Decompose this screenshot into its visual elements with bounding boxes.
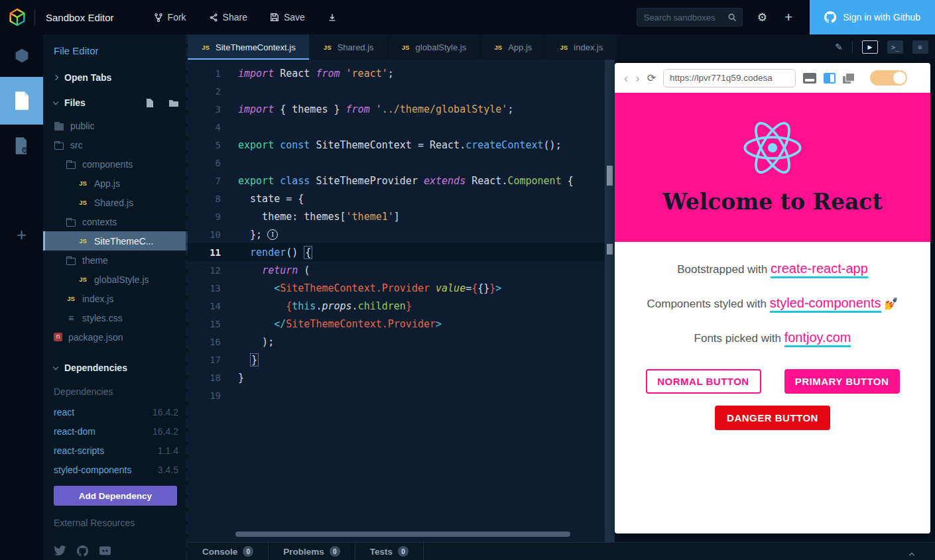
- file-tree-item[interactable]: Shared.js: [43, 193, 188, 212]
- code-line[interactable]: 13 <SiteThemeContext.Provider value={{}}…: [188, 279, 615, 297]
- file-tree-item[interactable]: App.js: [43, 174, 188, 193]
- dependency-item[interactable]: react-scripts 1.1.4: [43, 441, 188, 460]
- file-tree-item[interactable]: src: [43, 135, 188, 154]
- file-name: src: [70, 140, 83, 150]
- devtools-tab[interactable]: Console 0: [188, 543, 269, 560]
- add-dependency-button[interactable]: Add Dependency: [54, 486, 177, 506]
- dependency-item[interactable]: react-dom 16.4.2: [43, 421, 188, 441]
- info-link[interactable]: create-react-app: [771, 261, 868, 278]
- share-button[interactable]: Share: [209, 12, 247, 23]
- editor-horizontal-scrollbar[interactable]: [235, 532, 570, 537]
- editor-tab[interactable]: Shared.js: [310, 34, 387, 60]
- download-button[interactable]: [328, 13, 337, 23]
- collapse-chevron-up-icon[interactable]: [910, 548, 914, 560]
- app-body: Bootstrapped with create-react-app Compo…: [615, 261, 930, 430]
- dependency-item[interactable]: styled-components 3.4.5: [43, 460, 188, 479]
- file-tree-item[interactable]: index.js: [43, 289, 188, 308]
- demo-button[interactable]: NORMAL BUTTON: [646, 369, 761, 394]
- devtools-tab-label: Tests: [370, 547, 393, 557]
- url-input[interactable]: [663, 69, 796, 87]
- editor-tab[interactable]: globalStyle.js: [388, 34, 480, 60]
- dependency-item[interactable]: react 16.4.2: [43, 402, 188, 421]
- info-link[interactable]: styled-components: [770, 296, 881, 313]
- code-line[interactable]: 18}: [188, 368, 615, 386]
- prettier-brush-icon[interactable]: ✎: [835, 42, 843, 52]
- editor-tab[interactable]: App.js: [480, 34, 545, 60]
- devtools-tab[interactable]: Problems 0: [269, 543, 355, 560]
- rail-add-icon[interactable]: +: [0, 213, 43, 256]
- code-line[interactable]: 19: [188, 386, 615, 404]
- file-tree-item[interactable]: SiteThemeC...: [43, 231, 188, 251]
- file-type-icon: [78, 237, 88, 245]
- code-lines: 1import React from 'react';23import { th…: [188, 64, 615, 404]
- new-file-icon[interactable]: [146, 99, 153, 107]
- open-tabs-section[interactable]: Open Tabs: [43, 72, 188, 83]
- responsive-mode-toggle[interactable]: [870, 70, 907, 85]
- code-line[interactable]: 15 </SiteThemeContext.Provider>: [188, 315, 615, 333]
- file-tree-item[interactable]: contexts: [43, 212, 188, 231]
- browser-preview-icon[interactable]: ▶: [862, 40, 878, 54]
- files-section[interactable]: Files: [43, 97, 188, 108]
- demo-button[interactable]: DANGER BUTTON: [715, 406, 830, 430]
- code-line[interactable]: 17 }: [188, 351, 615, 368]
- file-tree-item[interactable]: globalStyle.js: [43, 270, 188, 289]
- info-link[interactable]: fontjoy.com: [784, 330, 851, 347]
- code-line[interactable]: 6: [188, 154, 615, 172]
- file-tree-item[interactable]: styles.css: [43, 308, 188, 327]
- code-line[interactable]: 8 state = {: [188, 190, 615, 207]
- settings-gear-icon[interactable]: ⚙: [757, 11, 767, 25]
- sign-in-github-button[interactable]: Sign in with Github: [810, 0, 935, 34]
- back-icon[interactable]: ‹: [624, 72, 628, 84]
- fork-button[interactable]: Fork: [154, 12, 186, 23]
- discord-icon[interactable]: [99, 545, 111, 556]
- chevron-right-icon: [53, 75, 58, 80]
- search-input[interactable]: [637, 13, 742, 23]
- code-line[interactable]: 3import { themes } from '../theme/global…: [188, 100, 615, 118]
- code-line[interactable]: 9 theme: themes['theme1']: [188, 207, 615, 225]
- twitter-icon[interactable]: [54, 545, 66, 556]
- rail-file-editor-icon[interactable]: [0, 77, 43, 125]
- file-type-icon: [78, 198, 88, 207]
- code-line[interactable]: 14 {this.props.children}: [188, 297, 615, 315]
- code-line[interactable]: 10 };: [188, 225, 615, 243]
- code-line[interactable]: 4: [188, 118, 615, 136]
- code-editor[interactable]: 1import React from 'react';23import { th…: [188, 60, 615, 542]
- file-type-icon: [54, 333, 62, 341]
- tests-list-icon[interactable]: ≡: [912, 40, 928, 54]
- code-line[interactable]: 7export class SiteThemeProvider extends …: [188, 172, 615, 190]
- refresh-icon[interactable]: ⟳: [647, 72, 656, 84]
- new-sandbox-plus-icon[interactable]: +: [784, 9, 792, 25]
- editor-tab[interactable]: index.js: [546, 34, 616, 60]
- github-icon[interactable]: [77, 545, 88, 557]
- code-line[interactable]: 1import React from 'react';: [188, 64, 615, 82]
- file-tree-item[interactable]: package.json: [43, 327, 188, 347]
- code-line[interactable]: 12 return (: [188, 261, 615, 279]
- save-button[interactable]: Save: [270, 12, 305, 23]
- file-type-icon: [66, 256, 76, 264]
- editor-vertical-scrollbar[interactable]: [605, 60, 615, 542]
- file-tree-item[interactable]: components: [43, 154, 188, 174]
- forward-icon[interactable]: ›: [635, 72, 639, 84]
- open-new-window-icon[interactable]: [843, 73, 855, 84]
- file-name: public: [70, 121, 95, 131]
- devtools-tab[interactable]: Tests 0: [355, 543, 424, 560]
- code-line[interactable]: 11 render() {: [188, 243, 615, 261]
- browser-view-icon[interactable]: [803, 73, 816, 84]
- dependencies-section[interactable]: Dependencies: [43, 363, 188, 373]
- info-suffix: 💅: [881, 298, 899, 310]
- code-line[interactable]: 2: [188, 82, 615, 100]
- codesandbox-logo[interactable]: [0, 8, 34, 27]
- file-tree-item[interactable]: public: [43, 116, 188, 135]
- split-view-icon[interactable]: [824, 73, 836, 84]
- code-line[interactable]: 5export const SiteThemeContext = React.c…: [188, 136, 615, 154]
- demo-button[interactable]: PRIMARY BUTTON: [784, 369, 900, 394]
- editor-tab[interactable]: SiteThemeContext.js: [188, 34, 309, 60]
- editor-tab-label: SiteThemeContext.js: [216, 42, 296, 52]
- console-terminal-icon[interactable]: >_: [887, 40, 903, 54]
- rail-sandbox-cube-icon[interactable]: [0, 34, 43, 77]
- code-line[interactable]: 16 );: [188, 333, 615, 351]
- search-icon[interactable]: [727, 13, 737, 23]
- new-folder-icon[interactable]: [169, 99, 178, 107]
- file-tree-item[interactable]: theme: [43, 251, 188, 270]
- rail-sandbox-config-icon[interactable]: ⚙: [0, 125, 43, 167]
